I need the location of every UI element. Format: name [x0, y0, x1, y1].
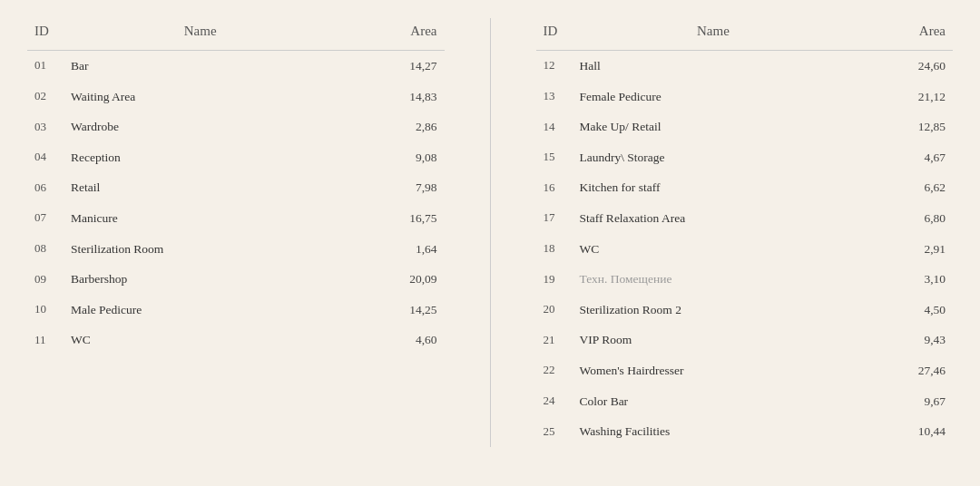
cell-name: Washing Facilities	[573, 416, 855, 447]
table-row: 12 Hall 24,60	[536, 51, 954, 82]
cell-area: 9,43	[854, 325, 953, 355]
cell-id: 21	[536, 325, 573, 355]
cell-area: 16,75	[337, 203, 444, 234]
cell-id: 03	[27, 112, 64, 142]
cell-id: 16	[536, 172, 573, 203]
cell-area: 2,86	[337, 112, 444, 142]
table-row: 22 Women's Hairdresser 27,46	[536, 355, 954, 386]
cell-id: 19	[536, 264, 573, 295]
cell-id: 14	[536, 112, 573, 142]
right-table-section: ID Name Area 12 Hall 24,60 13 Female Ped…	[536, 18, 954, 447]
cell-name: Manicure	[64, 203, 337, 234]
cell-id: 07	[27, 203, 64, 234]
table-row: 16 Kitchen for staff 6,62	[536, 172, 954, 203]
cell-name: Kitchen for staff	[573, 172, 855, 203]
cell-id: 17	[536, 203, 573, 234]
cell-name: Bar	[64, 51, 337, 82]
cell-name: Sterilization Room	[64, 234, 337, 265]
cell-name: WC	[573, 234, 855, 265]
cell-name: Hall	[573, 51, 855, 82]
cell-name: Waiting Area	[64, 82, 337, 112]
cell-name: Retail	[64, 172, 337, 203]
cell-id: 11	[27, 325, 64, 355]
cell-name: Barbershop	[64, 264, 337, 295]
cell-id: 12	[536, 51, 573, 82]
cell-name: Male Pedicure	[64, 295, 337, 326]
right-header-area: Area	[854, 18, 953, 51]
table-row: 11 WC 4,60	[27, 325, 445, 355]
cell-name: Sterilization Room 2	[573, 295, 855, 326]
table-row: 25 Washing Facilities 10,44	[536, 416, 954, 447]
cell-name: Color Bar	[573, 386, 855, 417]
cell-area: 1,64	[337, 234, 444, 265]
table-row: 02 Waiting Area 14,83	[27, 82, 445, 112]
table-divider	[490, 18, 491, 447]
table-row: 10 Male Pedicure 14,25	[27, 295, 445, 326]
cell-id: 10	[27, 295, 64, 326]
cell-area: 2,91	[854, 234, 953, 265]
cell-id: 18	[536, 234, 573, 265]
table-row: 01 Bar 14,27	[27, 51, 445, 82]
cell-name: Wardrobe	[64, 112, 337, 142]
cell-area: 14,27	[337, 51, 444, 82]
cell-area: 6,62	[854, 172, 953, 203]
cell-area: 20,09	[337, 264, 444, 295]
table-row: 20 Sterilization Room 2 4,50	[536, 295, 954, 326]
cell-name: Female Pedicure	[573, 82, 855, 112]
cell-id: 24	[536, 386, 573, 417]
cell-name: Reception	[64, 142, 337, 173]
table-row: 07 Manicure 16,75	[27, 203, 445, 234]
cell-area: 6,80	[854, 203, 953, 234]
cell-area: 9,08	[337, 142, 444, 173]
table-row: 09 Barbershop 20,09	[27, 264, 445, 295]
right-header-id: ID	[536, 18, 573, 51]
cell-id: 06	[27, 172, 64, 203]
cell-id: 25	[536, 416, 573, 447]
cell-name: WC	[64, 325, 337, 355]
cell-area: 3,10	[854, 264, 953, 295]
cell-id: 02	[27, 82, 64, 112]
cell-area: 7,98	[337, 172, 444, 203]
table-row: 04 Reception 9,08	[27, 142, 445, 173]
cell-id: 20	[536, 295, 573, 326]
cell-name: Техн. Помещение	[573, 264, 855, 295]
table-row: 19 Техн. Помещение 3,10	[536, 264, 954, 295]
cell-name: Laundry\ Storage	[573, 142, 855, 173]
cell-id: 22	[536, 355, 573, 386]
left-table: ID Name Area 01 Bar 14,27 02 Waiting Are…	[27, 18, 445, 355]
cell-name: Make Up/ Retail	[573, 112, 855, 142]
right-header-name: Name	[573, 18, 855, 51]
cell-area: 4,50	[854, 295, 953, 326]
cell-area: 12,85	[854, 112, 953, 142]
tables-wrapper: ID Name Area 01 Bar 14,27 02 Waiting Are…	[27, 18, 953, 447]
left-table-section: ID Name Area 01 Bar 14,27 02 Waiting Are…	[27, 18, 445, 447]
table-row: 14 Make Up/ Retail 12,85	[536, 112, 954, 142]
cell-area: 4,60	[337, 325, 444, 355]
cell-area: 24,60	[854, 51, 953, 82]
cell-id: 08	[27, 234, 64, 265]
table-row: 06 Retail 7,98	[27, 172, 445, 203]
table-row: 15 Laundry\ Storage 4,67	[536, 142, 954, 173]
left-header-area: Area	[337, 18, 444, 51]
cell-area: 4,67	[854, 142, 953, 173]
table-row: 13 Female Pedicure 21,12	[536, 82, 954, 112]
cell-area: 9,67	[854, 386, 953, 417]
table-row: 08 Sterilization Room 1,64	[27, 234, 445, 265]
cell-name: Women's Hairdresser	[573, 355, 855, 386]
left-header-id: ID	[27, 18, 64, 51]
cell-name: Staff Relaxation Area	[573, 203, 855, 234]
cell-name: VIP Room	[573, 325, 855, 355]
left-header-name: Name	[64, 18, 337, 51]
table-row: 18 WC 2,91	[536, 234, 954, 265]
table-row: 21 VIP Room 9,43	[536, 325, 954, 355]
cell-area: 21,12	[854, 82, 953, 112]
cell-id: 15	[536, 142, 573, 173]
cell-id: 09	[27, 264, 64, 295]
right-table: ID Name Area 12 Hall 24,60 13 Female Ped…	[536, 18, 954, 447]
table-row: 17 Staff Relaxation Area 6,80	[536, 203, 954, 234]
cell-id: 13	[536, 82, 573, 112]
page-container: ID Name Area 01 Bar 14,27 02 Waiting Are…	[0, 0, 980, 486]
cell-area: 14,25	[337, 295, 444, 326]
cell-area: 10,44	[854, 416, 953, 447]
cell-area: 27,46	[854, 355, 953, 386]
